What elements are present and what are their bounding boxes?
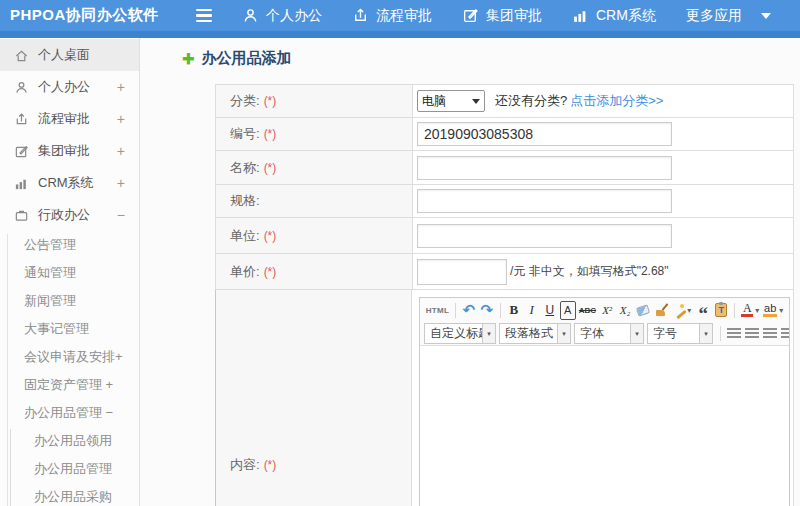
clipboard-letter: T xyxy=(719,306,725,315)
sidebar-subitem-assets-mgmt[interactable]: 固定资产管理 + xyxy=(0,371,139,399)
expand-toggle[interactable]: + xyxy=(117,175,125,191)
hamburger-menu-icon[interactable] xyxy=(196,9,212,23)
code-label: 编号: (*) xyxy=(216,118,413,150)
subscript-button[interactable]: X₂ xyxy=(617,301,633,320)
nav-label: 集团审批 xyxy=(486,7,542,25)
spec-input[interactable] xyxy=(417,189,672,213)
unit-label: 单位: (*) xyxy=(216,218,413,253)
sidebar-subitem-announcement-mgmt[interactable]: 公告管理 xyxy=(0,231,139,259)
caret-down-icon: ▾ xyxy=(779,306,783,315)
required-mark: (*) xyxy=(264,127,277,141)
editor-content-area[interactable] xyxy=(420,346,789,506)
sidebar-subitem-meeting-mgmt[interactable]: 会议申请及安排+ xyxy=(0,343,139,371)
undo-button[interactable]: ↶ xyxy=(461,301,477,320)
top-navbar: PHPOA协同办公软件 个人办公 流程审批 集团审批 CRM系统 更多应用 xyxy=(0,0,800,38)
label-text: 单位: xyxy=(230,227,260,245)
nav-item-process-approval[interactable]: 流程审批 xyxy=(352,7,432,25)
sidebar-item-personal-desktop[interactable]: 个人桌面 xyxy=(0,39,139,71)
sidebar-item-label: 个人桌面 xyxy=(38,46,90,64)
sidebar-subitem-supplies-manage[interactable]: 办公用品管理 xyxy=(0,455,139,483)
code-input[interactable] xyxy=(417,122,672,146)
sidebar-subitem-news-mgmt[interactable]: 新闻管理 xyxy=(0,287,139,315)
expand-toggle[interactable]: + xyxy=(117,79,125,95)
align-right-icon xyxy=(763,328,777,339)
html-source-button[interactable]: HTML xyxy=(425,301,450,320)
expand-toggle[interactable]: + xyxy=(117,143,125,159)
dropdown-label: 字号 xyxy=(648,325,699,342)
form-row-code: 编号: (*) xyxy=(216,118,793,151)
dropdown-label: 段落格式 xyxy=(500,325,557,342)
page-title-text: 办公用品添加 xyxy=(202,49,292,68)
sidebar-item-label: 个人办公 xyxy=(38,78,90,96)
form-row-price: 单价: (*) /元 非中文，如填写格式"2.68" xyxy=(216,254,793,290)
collapse-toggle[interactable]: − xyxy=(117,207,125,223)
sidebar-item-personal-office[interactable]: 个人办公 + xyxy=(0,71,139,103)
dropdown-label: 字体 xyxy=(575,325,630,342)
name-input[interactable] xyxy=(417,156,672,180)
auto-typeset-button[interactable]: ▾ xyxy=(672,301,694,320)
sidebar-subitem-notice-mgmt[interactable]: 通知管理 xyxy=(0,259,139,287)
align-justify-button[interactable] xyxy=(780,324,789,343)
paragraph-format-dropdown[interactable]: 段落格式▾ xyxy=(499,323,571,344)
admin-office-submenu: 公告管理 通知管理 新闻管理 大事记管理 会议申请及安排+ 固定资产管理 + 办… xyxy=(0,231,139,506)
underline-button[interactable]: U xyxy=(542,301,558,320)
subitem-label: 新闻管理 xyxy=(24,292,76,310)
redo-button[interactable]: ↷ xyxy=(479,301,495,320)
font-border-button[interactable]: A xyxy=(560,301,576,320)
custom-heading-dropdown[interactable]: 自定义标题▾ xyxy=(424,323,496,344)
caret-down-icon: ▾ xyxy=(755,306,759,315)
expand-toggle[interactable]: + xyxy=(117,111,125,127)
subitem-label: 通知管理 xyxy=(24,264,76,282)
nav-label: 个人办公 xyxy=(266,7,322,25)
eraser-icon xyxy=(636,304,650,316)
sidebar: 个人桌面 个人办公 + 流程审批 + 集团审批 + CRM系统 + 行政办公 − xyxy=(0,38,140,506)
align-right-button[interactable] xyxy=(762,324,778,343)
align-left-icon xyxy=(727,328,741,339)
home-icon xyxy=(14,48,29,63)
price-input[interactable] xyxy=(417,259,507,285)
label-text: 名称: xyxy=(230,159,260,177)
sidebar-item-process-approval[interactable]: 流程审批 + xyxy=(0,103,139,135)
nav-item-crm-system[interactable]: CRM系统 xyxy=(572,7,656,25)
blockquote-button[interactable]: “ xyxy=(695,301,711,320)
category-hint: 还没有分类? xyxy=(495,92,567,110)
unit-input[interactable] xyxy=(417,224,672,248)
nav-item-more-apps[interactable]: 更多应用 xyxy=(686,7,771,25)
page-title: ✚ 办公用品添加 xyxy=(182,49,292,68)
sidebar-item-admin-office[interactable]: 行政办公 − xyxy=(0,199,139,231)
nav-item-personal-office[interactable]: 个人办公 xyxy=(242,7,322,25)
sidebar-item-label: CRM系统 xyxy=(38,174,94,192)
spec-label: 规格: xyxy=(216,185,413,217)
highlight-color-button[interactable]: ab▾ xyxy=(762,301,784,320)
label-text: 单价: xyxy=(230,263,260,281)
nav-label: CRM系统 xyxy=(596,7,656,25)
nav-item-group-approval[interactable]: 集团审批 xyxy=(462,7,542,25)
sidebar-item-group-approval[interactable]: 集团审批 + xyxy=(0,135,139,167)
add-category-link[interactable]: 点击添加分类>> xyxy=(570,92,663,110)
format-brush-button[interactable] xyxy=(653,301,669,320)
caret-down-icon: ▾ xyxy=(557,324,570,343)
sidebar-item-crm-system[interactable]: CRM系统 + xyxy=(0,167,139,199)
strikethrough-button[interactable]: ABC xyxy=(578,301,597,320)
editor-toolbar-row1: HTML ↶ ↷ B I U A ABC X² X₂ xyxy=(420,298,789,322)
sidebar-subitem-supplies-purchase[interactable]: 办公用品采购 xyxy=(0,483,139,506)
subitem-label: 固定资产管理 + xyxy=(24,376,113,394)
sidebar-subitem-events-mgmt[interactable]: 大事记管理 xyxy=(0,315,139,343)
font-color-button[interactable]: A▾ xyxy=(740,301,760,320)
align-left-button[interactable] xyxy=(726,324,742,343)
sidebar-subitem-supplies-requisition[interactable]: 办公用品领用 xyxy=(0,427,139,455)
category-select[interactable]: 电脑 xyxy=(417,90,485,112)
chart-icon xyxy=(572,7,589,24)
font-size-dropdown[interactable]: 字号▾ xyxy=(647,323,713,344)
superscript-button[interactable]: X² xyxy=(599,301,615,320)
italic-button[interactable]: I xyxy=(524,301,540,320)
font-family-dropdown[interactable]: 字体▾ xyxy=(574,323,644,344)
sidebar-item-label: 集团审批 xyxy=(38,142,90,160)
edit-icon xyxy=(462,7,479,24)
paste-plain-button[interactable]: T xyxy=(713,301,729,320)
remove-format-button[interactable] xyxy=(635,301,651,320)
sidebar-subitem-supplies-mgmt[interactable]: 办公用品管理 − xyxy=(0,399,139,427)
magic-wand-icon xyxy=(674,303,686,317)
bold-button[interactable]: B xyxy=(506,301,522,320)
align-center-button[interactable] xyxy=(744,324,760,343)
